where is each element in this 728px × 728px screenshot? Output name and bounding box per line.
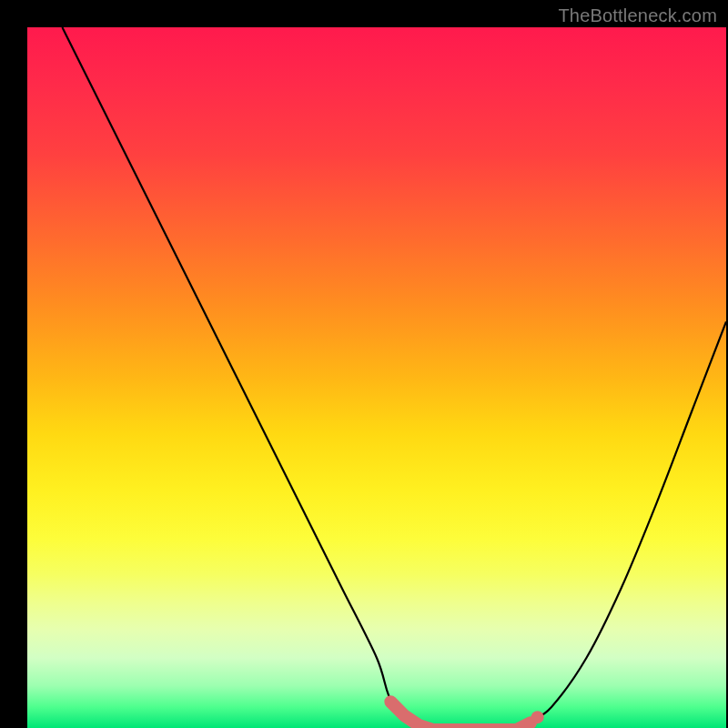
plot-area bbox=[27, 27, 726, 728]
watermark-text: TheBottleneck.com bbox=[558, 5, 717, 26]
optimal-band-marker bbox=[390, 702, 531, 728]
bottleneck-curve-line bbox=[62, 27, 726, 728]
marker-dot bbox=[531, 711, 544, 723]
curve-svg bbox=[27, 27, 726, 728]
chart-frame: TheBottleneck.com bbox=[0, 0, 728, 728]
